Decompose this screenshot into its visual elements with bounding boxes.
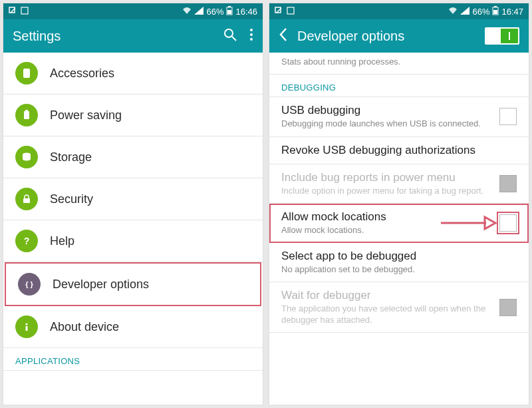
storage-icon	[15, 146, 38, 168]
row-usb-debugging[interactable]: USB debugging Debugging mode launches wh…	[269, 97, 529, 136]
row-sub: Allow mock locations.	[281, 225, 517, 236]
row-bug-reports-menu: Include bug reports in power menu Includ…	[269, 164, 529, 204]
row-label: Security	[50, 192, 93, 206]
svg-rect-15	[23, 198, 30, 203]
svg-rect-5	[227, 10, 231, 14]
wifi-icon	[182, 7, 192, 17]
app-bar: Settings	[3, 19, 263, 53]
svg-text:?: ?	[24, 236, 30, 246]
row-accessories[interactable]: Accessories	[3, 53, 263, 95]
svg-rect-19	[26, 326, 28, 331]
notif-icon	[275, 7, 283, 17]
battery-pct: 66%	[472, 7, 489, 17]
dev-icon: { }	[18, 273, 41, 296]
screenshot-icon	[287, 7, 295, 17]
row-label: Help	[50, 234, 74, 248]
row-label: Storage	[50, 150, 92, 164]
page-title: Developer options	[297, 29, 477, 44]
row-sub: The application you have selected will o…	[281, 304, 517, 325]
row-wait-debugger: Wait for debugger The application you ha…	[269, 282, 529, 333]
svg-point-6	[225, 29, 233, 37]
checkbox	[499, 299, 517, 316]
back-icon[interactable]	[279, 27, 288, 45]
clock-text: 16:47	[501, 7, 523, 17]
accessories-icon	[15, 62, 38, 85]
section-applications: APPLICATIONS	[3, 348, 263, 371]
svg-point-9	[250, 33, 253, 36]
overflow-icon[interactable]	[249, 28, 253, 45]
row-sub: Stats about running processes.	[281, 57, 517, 67]
developer-options-screen: 66% 16:47 Developer options Stats about …	[269, 3, 529, 405]
row-developer-options[interactable]: { } Developer options	[5, 262, 261, 306]
svg-point-18	[26, 323, 28, 325]
svg-point-10	[250, 38, 253, 41]
checkbox[interactable]	[499, 214, 517, 232]
battery-icon	[226, 6, 233, 17]
section-debugging: DEBUGGING	[269, 75, 529, 97]
status-bar: 66% 16:47	[269, 3, 529, 19]
svg-rect-25	[493, 10, 497, 14]
svg-text:{ }: { }	[25, 280, 33, 288]
battery-icon	[492, 6, 499, 17]
page-title: Settings	[13, 29, 215, 44]
row-revoke-usb-auth[interactable]: Revoke USB debugging authorizations	[269, 137, 529, 164]
search-icon[interactable]	[223, 27, 237, 45]
signal-icon	[460, 7, 469, 17]
row-sub: No application set to be debugged.	[281, 264, 517, 275]
about-icon	[15, 315, 38, 338]
row-help[interactable]: ? Help	[3, 220, 263, 262]
row-storage[interactable]: Storage	[3, 136, 263, 178]
notif-icon	[9, 7, 17, 17]
row-security[interactable]: Security	[3, 178, 263, 220]
svg-rect-13	[25, 110, 28, 111]
svg-rect-22	[287, 7, 294, 14]
power-icon	[15, 104, 38, 126]
row-label: Power saving	[50, 108, 122, 122]
row-sub: Debugging mode launches when USB is conn…	[281, 118, 517, 129]
status-bar: 66% 16:46	[3, 3, 263, 19]
battery-pct: 66%	[206, 7, 223, 17]
settings-screen: 66% 16:46 Settings Accessories Power sav…	[3, 3, 263, 405]
security-icon	[15, 188, 38, 210]
svg-point-8	[250, 29, 253, 31]
row-power-saving[interactable]: Power saving	[3, 95, 263, 136]
row-label: Accessories	[50, 67, 114, 81]
row-title: USB debugging	[281, 104, 517, 117]
row-title: Wait for debugger	[281, 289, 517, 302]
app-bar: Developer options	[269, 19, 529, 53]
row-select-debug-app[interactable]: Select app to be debugged No application…	[269, 243, 529, 282]
svg-rect-11	[23, 69, 30, 78]
row-title: Select app to be debugged	[281, 250, 517, 263]
row-process-stats[interactable]: Stats about running processes.	[269, 53, 529, 75]
checkbox[interactable]	[499, 108, 517, 125]
clock-text: 16:46	[235, 7, 257, 17]
row-sub: Include option in power menu for taking …	[281, 186, 517, 196]
checkbox	[499, 175, 517, 192]
signal-icon	[194, 7, 203, 17]
svg-rect-12	[24, 111, 29, 119]
master-toggle[interactable]	[485, 27, 519, 45]
row-allow-mock-locations[interactable]: Allow mock locations Allow mock location…	[269, 204, 529, 243]
row-title: Allow mock locations	[281, 210, 517, 224]
dev-options-list: Stats about running processes. DEBUGGING…	[269, 53, 529, 405]
settings-list: Accessories Power saving Storage Securit…	[3, 53, 263, 405]
svg-line-7	[232, 37, 236, 41]
row-label: About device	[50, 320, 119, 334]
row-title: Revoke USB debugging authorizations	[281, 144, 517, 157]
screenshot-icon	[21, 7, 29, 17]
svg-rect-4	[228, 6, 231, 7]
row-label: Developer options	[53, 278, 149, 292]
row-title: Include bug reports in power menu	[281, 171, 517, 184]
wifi-icon	[448, 7, 458, 17]
help-icon: ?	[15, 230, 38, 252]
svg-rect-24	[494, 6, 497, 7]
row-about-device[interactable]: About device	[3, 306, 263, 348]
svg-rect-2	[21, 7, 28, 14]
